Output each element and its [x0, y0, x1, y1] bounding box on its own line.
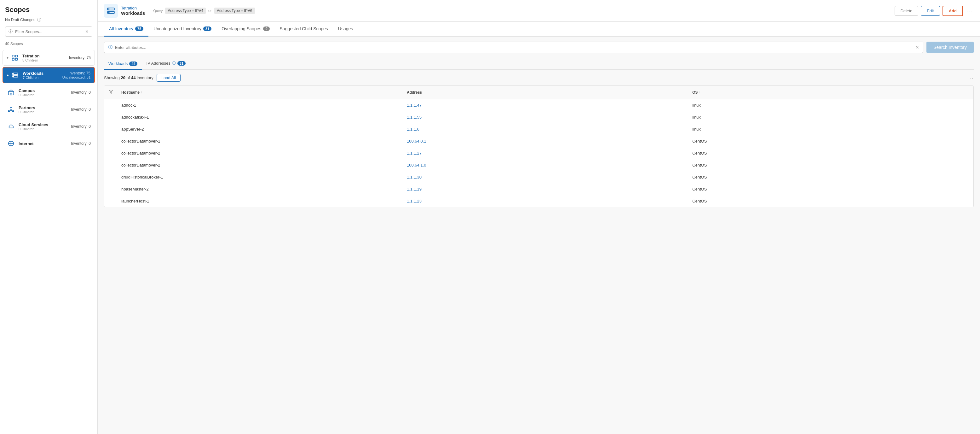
address-appserver2[interactable]: 1.1.1.6 [402, 123, 688, 135]
breadcrumb-icon [104, 4, 118, 18]
sidebar-item-workloads[interactable]: ▸ Workloads 7 Children Inventory: 75 Unc… [3, 67, 95, 83]
hostname-sort-icon[interactable]: ↑ [141, 91, 142, 94]
row-filter-collectordatamover1 [104, 138, 117, 145]
breadcrumb-parent[interactable]: Tetration [121, 6, 145, 10]
svg-point-15 [108, 9, 109, 10]
sidebar-item-cloud-services[interactable]: Cloud Services 0 Children Inventory: 0 [3, 119, 95, 134]
svg-rect-1 [16, 55, 18, 57]
tab-uncategorized-badge: 31 [203, 27, 212, 31]
tetration-name: Tetration [22, 54, 69, 58]
address-hbasemaster2[interactable]: 1.1.1.19 [402, 183, 688, 195]
svg-rect-0 [12, 55, 14, 57]
delete-button[interactable]: Delete [895, 6, 918, 16]
search-input-wrap[interactable]: ⓘ ✕ [104, 41, 923, 53]
os-adhockafkaxl1: linux [688, 111, 974, 123]
internet-meta: Inventory: 0 [71, 141, 91, 146]
os-adhoc1: linux [688, 99, 974, 111]
breadcrumb-current: Workloads [121, 10, 145, 16]
scope-count: 40 Scopes [0, 39, 97, 49]
edit-button[interactable]: Edit [921, 6, 940, 16]
sidebar-item-campus[interactable]: Campus 0 Children Inventory: 0 [3, 85, 95, 100]
address-adhockafkaxl1[interactable]: 1.1.1.55 [402, 111, 688, 123]
svg-point-6 [13, 73, 14, 74]
draft-notice-text: No Draft Changes [5, 18, 35, 22]
svg-point-10 [10, 107, 12, 109]
filter-input[interactable] [15, 29, 83, 34]
hostname-hbasemaster2: hbaseMaster-2 [117, 183, 402, 195]
tab-uncategorized-inventory[interactable]: Uncategorized Inventory 31 [148, 22, 216, 37]
tab-uncategorized-label: Uncategorized Inventory [153, 26, 201, 31]
sub-tab-ip-label: IP Addresses [146, 61, 170, 65]
inventory-more-icon[interactable]: ⋯ [968, 75, 974, 81]
tab-suggested-child-scopes[interactable]: Suggested Child Scopes [275, 22, 333, 37]
row-filter-adhockafkaxl1 [104, 114, 117, 121]
table-row: appServer-2 1.1.1.6 linux [104, 123, 974, 135]
address-sort-icon[interactable]: ↕ [423, 91, 425, 94]
load-all-button[interactable]: Load All [157, 74, 181, 82]
workloads-expand-icon[interactable]: ▸ [7, 73, 9, 77]
hostname-adhoc1: adhoc-1 [117, 99, 402, 111]
workloads-uncategorized: Uncategorized: 31 [62, 75, 91, 79]
workloads-name: Workloads [23, 71, 62, 76]
address-collectordatamover2a[interactable]: 1.1.1.27 [402, 147, 688, 159]
tab-all-inventory-badge: 75 [135, 27, 143, 31]
address-collectordatamover1[interactable]: 100.64.0.1 [402, 135, 688, 147]
tetration-expand-icon[interactable]: ▾ [6, 56, 8, 60]
search-clear-icon[interactable]: ✕ [915, 45, 919, 50]
campus-meta: Inventory: 0 [71, 90, 91, 95]
breadcrumb: Tetration Workloads [104, 4, 145, 18]
os-launcherhost1: CentOS [688, 195, 974, 207]
workloads-icon [11, 71, 19, 80]
cloud-services-children: 0 Children [19, 127, 71, 131]
address-adhoc1[interactable]: 1.1.1.47 [402, 99, 688, 111]
tab-all-inventory[interactable]: All Inventory 75 [104, 22, 148, 37]
sidebar-item-tetration[interactable]: ▾ Tetration 5 Children Inventory: 75 [3, 50, 95, 65]
campus-info: Campus 0 Children [19, 88, 71, 97]
sidebar-item-internet[interactable]: Internet Inventory: 0 [3, 136, 95, 152]
search-button[interactable]: Search Inventory [926, 41, 974, 53]
filter-box[interactable]: ⓘ ✕ [5, 27, 92, 37]
sidebar-item-partners[interactable]: Partners 0 Children Inventory: 0 [3, 102, 95, 117]
tab-overlapping-label: Overlapping Scopes [221, 26, 261, 31]
filter-clear-icon[interactable]: ✕ [85, 29, 89, 34]
tab-all-inventory-label: All Inventory [109, 26, 133, 31]
os-sort-icon[interactable]: ↕ [699, 91, 700, 94]
inventory-bar: Showing 20 of 44 inventory Load All ⋯ [104, 74, 974, 82]
more-options-icon[interactable]: ⋯ [966, 6, 974, 16]
query-section: Query Address Type = IPV4 or Address Typ… [153, 8, 255, 14]
filter-funnel-icon[interactable] [109, 89, 113, 95]
inventory-table: Hostname ↑ Address ↕ OS ↕ adhoc-1 1.1.1.… [104, 86, 974, 207]
sub-tab-ip-addresses[interactable]: IP Addresses ⓘ 31 [142, 57, 190, 70]
topbar: Tetration Workloads Query Address Type =… [98, 0, 980, 22]
row-filter-druidhistoricalbroker1 [104, 174, 117, 181]
add-button[interactable]: Add [942, 6, 963, 16]
th-address-label: Address [407, 90, 422, 95]
os-collectordatamover1: CentOS [688, 135, 974, 147]
search-input[interactable] [115, 45, 913, 50]
th-os-label: OS [692, 90, 698, 95]
address-druidhistoricalbroker1[interactable]: 1.1.1.30 [402, 171, 688, 183]
cloud-services-name: Cloud Services [19, 122, 71, 127]
address-launcherhost1[interactable]: 1.1.1.23 [402, 195, 688, 207]
search-info-icon: ⓘ [108, 45, 113, 50]
workloads-children: 7 Children [23, 76, 62, 80]
tab-overlapping-scopes[interactable]: Overlapping Scopes 0 [216, 22, 274, 37]
page-title: Scopes [5, 6, 92, 14]
cloud-services-info: Cloud Services 0 Children [19, 122, 71, 131]
scope-list: ▾ Tetration 5 Children Inventory: 75 ▸ [0, 49, 97, 434]
th-os[interactable]: OS ↕ [688, 86, 974, 99]
sub-tab-workloads[interactable]: Workloads 44 [104, 58, 142, 70]
hostname-collectordatamover2b: collectorDatamover-2 [117, 159, 402, 171]
row-filter-collectordatamover2b [104, 162, 117, 169]
campus-children: 0 Children [19, 93, 71, 97]
row-filter-collectordatamover2a [104, 150, 117, 157]
tab-usages[interactable]: Usages [333, 22, 358, 37]
th-address[interactable]: Address ↕ [402, 86, 688, 99]
svg-rect-2 [12, 58, 14, 60]
address-collectordatamover2b[interactable]: 100.64.1.0 [402, 159, 688, 171]
table-row: hbaseMaster-2 1.1.1.19 CentOS [104, 183, 974, 195]
tab-overlapping-badge: 0 [263, 27, 269, 31]
sub-tab-workloads-badge: 44 [129, 62, 137, 66]
hostname-adhockafkaxl1: adhockafkaxl-1 [117, 111, 402, 123]
th-hostname[interactable]: Hostname ↑ [117, 86, 402, 99]
